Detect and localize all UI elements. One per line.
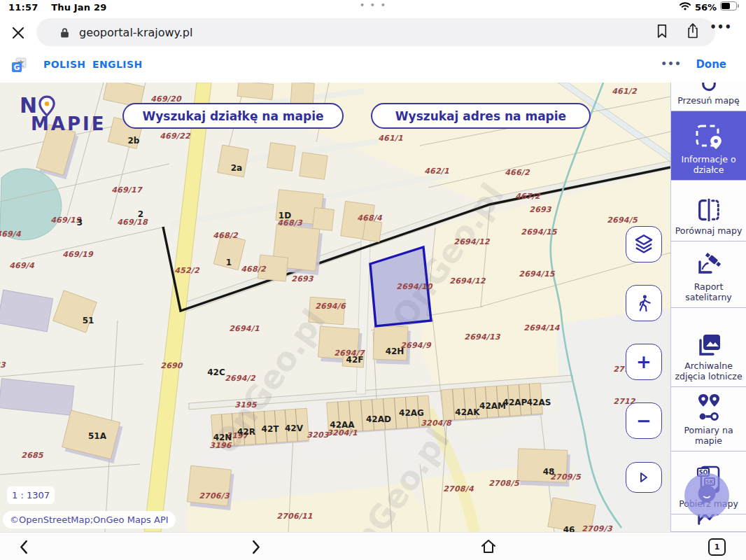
lock-icon: [60, 27, 69, 38]
map-control-zoom-out-button[interactable]: −: [626, 402, 662, 439]
walk-icon: [634, 293, 654, 314]
status-bar: 11:57 Thu Jan 29 • • • 56%: [0, 0, 746, 15]
browser-bottom-toolbar: 1: [0, 532, 746, 560]
satellite-icon: [695, 251, 723, 279]
battery-percent: 56%: [695, 2, 717, 13]
sidebar-item-archive-photos[interactable]: Archiwalne zdjęcia lotnicze: [671, 308, 746, 387]
browser-toolbar: geoportal-krajowy.pl •••: [0, 15, 746, 49]
status-date: Thu Jan 29: [51, 2, 106, 13]
search-address-button[interactable]: Wyszukaj adres na mapie: [371, 103, 591, 129]
home-button[interactable]: [479, 537, 498, 556]
map-control-layers-button[interactable]: [626, 226, 662, 262]
wifi-icon: [679, 1, 691, 13]
bookmark-icon[interactable]: [656, 24, 668, 41]
sidebar-item-compare[interactable]: Porównaj mapy: [671, 181, 746, 241]
sidebar-item-label: Przesuń mapę: [673, 96, 745, 106]
map-attribution: ©OpenStreetMap;OnGeo Maps API: [3, 511, 176, 528]
map-control-zoom-in-button[interactable]: +: [626, 344, 662, 380]
sidebar-item-satellite[interactable]: Raport satelitarny: [671, 241, 746, 308]
measure-icon: [695, 393, 723, 423]
status-center-dots: • • •: [360, 1, 387, 10]
map-viewport[interactable]: OnGeo.pl OnGeo.pl OnGeo.pl 469/20469/224…: [0, 83, 670, 532]
sidebar-item-hand[interactable]: Przesuń mapę: [671, 83, 746, 111]
parcel-info-icon: [695, 122, 723, 152]
search-parcel-button[interactable]: Wyszukaj działkę na mapie: [122, 103, 344, 129]
map-scale: 1 : 1307: [7, 486, 55, 504]
namapie-logo: N MAPIE: [20, 95, 106, 133]
google-translate-icon: 文G: [11, 57, 27, 76]
url-text: geoportal-krajowy.pl: [79, 26, 192, 39]
sidebar-item-label: Informacje o działce: [673, 155, 745, 175]
map-control-expand-button[interactable]: [626, 462, 662, 493]
tools-sidebar: Przesuń mapęInformacje o działcePorównaj…: [670, 83, 746, 532]
map-canvas[interactable]: [0, 83, 670, 532]
share-icon[interactable]: [686, 22, 700, 42]
sidebar-item-label: Porównaj mapy: [673, 226, 745, 236]
done-button[interactable]: Done: [696, 58, 726, 71]
sidebar-item-label: Raport satelitarny: [673, 282, 745, 302]
translate-options-button[interactable]: •••: [661, 58, 682, 69]
sidebar-item-measure[interactable]: Pomiary na mapie: [671, 387, 746, 451]
tab-polish[interactable]: POLISH: [43, 59, 86, 70]
map-control-walk-button[interactable]: [626, 285, 662, 321]
chat-icon: [694, 481, 720, 510]
sidebar-item-label: Pomiary na mapie: [673, 426, 745, 446]
hand-icon: [697, 83, 721, 93]
clock: 11:57: [8, 2, 38, 13]
tab-switcher-button[interactable]: 1: [708, 538, 726, 556]
browser-menu-button[interactable]: •••: [710, 21, 732, 34]
chat-widget-button[interactable]: [684, 473, 729, 518]
compare-icon: [696, 197, 722, 223]
back-button[interactable]: [13, 537, 33, 556]
forward-button[interactable]: [246, 537, 266, 556]
battery-icon: [720, 1, 739, 13]
logo-text-mapie: MAPIE: [31, 115, 106, 133]
archive-photos-icon: [695, 332, 723, 358]
tab-english[interactable]: ENGLISH: [92, 59, 143, 70]
sidebar-item-label: Archiwalne zdjęcia lotnicze: [673, 361, 745, 382]
sidebar-item-parcel-info[interactable]: Informacje o działce: [671, 111, 746, 181]
expand-icon: [639, 472, 649, 483]
layers-icon: [632, 232, 656, 256]
close-tab-button[interactable]: [9, 24, 27, 42]
svg-text:G: G: [13, 63, 20, 72]
translate-bar: 文G POLISH ENGLISH ••• Done: [0, 49, 746, 83]
address-bar[interactable]: geoportal-krajowy.pl: [36, 18, 715, 46]
